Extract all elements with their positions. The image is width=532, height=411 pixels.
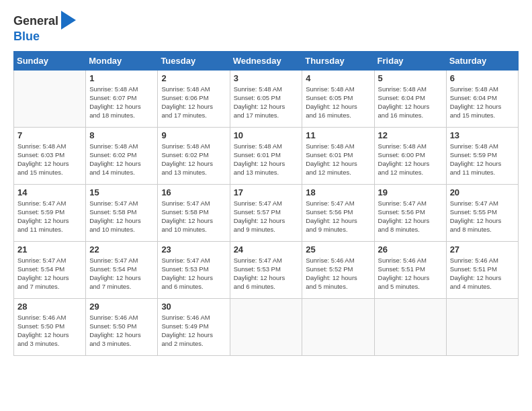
- calendar-cell: 8Sunrise: 5:48 AM Sunset: 6:02 PM Daylig…: [86, 127, 158, 184]
- day-number: 11: [306, 130, 370, 140]
- day-info: Sunrise: 5:46 AM Sunset: 5:50 PM Dayligh…: [89, 313, 154, 349]
- calendar-cell: 28Sunrise: 5:46 AM Sunset: 5:50 PM Dayli…: [14, 298, 86, 355]
- day-info: Sunrise: 5:48 AM Sunset: 5:59 PM Dayligh…: [450, 142, 515, 177]
- day-info: Sunrise: 5:47 AM Sunset: 5:54 PM Dayligh…: [17, 256, 82, 291]
- calendar-table: SundayMondayTuesdayWednesdayThursdayFrid…: [13, 51, 519, 356]
- day-number: 8: [89, 130, 154, 140]
- calendar-cell: [374, 298, 446, 355]
- day-info: Sunrise: 5:47 AM Sunset: 5:55 PM Dayligh…: [450, 199, 515, 234]
- day-header-wednesday: Wednesday: [230, 51, 302, 70]
- calendar-cell: [14, 70, 86, 127]
- day-info: Sunrise: 5:46 AM Sunset: 5:49 PM Dayligh…: [161, 313, 226, 349]
- day-info: Sunrise: 5:47 AM Sunset: 5:53 PM Dayligh…: [234, 256, 299, 291]
- day-number: 6: [450, 73, 515, 83]
- day-number: 22: [89, 244, 154, 255]
- week-row-4: 21Sunrise: 5:47 AM Sunset: 5:54 PM Dayli…: [14, 241, 519, 298]
- day-info: Sunrise: 5:48 AM Sunset: 6:04 PM Dayligh…: [378, 85, 443, 120]
- calendar-cell: 26Sunrise: 5:46 AM Sunset: 5:51 PM Dayli…: [374, 241, 446, 298]
- day-info: Sunrise: 5:47 AM Sunset: 5:58 PM Dayligh…: [89, 199, 154, 234]
- calendar-cell: 10Sunrise: 5:48 AM Sunset: 6:01 PM Dayli…: [230, 127, 302, 184]
- day-number: 4: [306, 73, 370, 83]
- calendar-cell: 2Sunrise: 5:48 AM Sunset: 6:06 PM Daylig…: [158, 70, 230, 127]
- day-info: Sunrise: 5:48 AM Sunset: 6:01 PM Dayligh…: [306, 142, 370, 177]
- week-row-2: 7Sunrise: 5:48 AM Sunset: 6:03 PM Daylig…: [14, 127, 519, 184]
- week-row-3: 14Sunrise: 5:47 AM Sunset: 5:59 PM Dayli…: [14, 184, 519, 241]
- calendar-cell: 5Sunrise: 5:48 AM Sunset: 6:04 PM Daylig…: [374, 70, 446, 127]
- day-info: Sunrise: 5:48 AM Sunset: 6:07 PM Dayligh…: [89, 85, 154, 120]
- day-info: Sunrise: 5:48 AM Sunset: 6:02 PM Dayligh…: [89, 142, 154, 177]
- day-info: Sunrise: 5:46 AM Sunset: 5:50 PM Dayligh…: [17, 313, 82, 349]
- day-info: Sunrise: 5:46 AM Sunset: 5:52 PM Dayligh…: [306, 256, 370, 291]
- day-info: Sunrise: 5:48 AM Sunset: 6:04 PM Dayligh…: [450, 85, 515, 120]
- day-number: 21: [17, 244, 82, 255]
- day-number: 25: [306, 244, 370, 255]
- day-number: 13: [450, 130, 515, 140]
- day-info: Sunrise: 5:48 AM Sunset: 6:01 PM Dayligh…: [234, 142, 299, 177]
- day-header-monday: Monday: [86, 51, 158, 70]
- day-info: Sunrise: 5:47 AM Sunset: 5:53 PM Dayligh…: [161, 256, 226, 291]
- day-number: 29: [89, 302, 154, 312]
- calendar-cell: 1Sunrise: 5:48 AM Sunset: 6:07 PM Daylig…: [86, 70, 158, 127]
- day-number: 15: [89, 187, 154, 197]
- calendar-cell: 22Sunrise: 5:47 AM Sunset: 5:54 PM Dayli…: [86, 241, 158, 298]
- day-header-thursday: Thursday: [302, 51, 374, 70]
- calendar-cell: 9Sunrise: 5:48 AM Sunset: 6:02 PM Daylig…: [158, 127, 230, 184]
- day-number: 14: [17, 187, 82, 197]
- day-info: Sunrise: 5:47 AM Sunset: 5:59 PM Dayligh…: [17, 199, 82, 234]
- day-number: 28: [17, 302, 82, 312]
- day-number: 2: [161, 73, 226, 83]
- day-info: Sunrise: 5:46 AM Sunset: 5:51 PM Dayligh…: [450, 256, 515, 291]
- day-number: 7: [17, 130, 82, 140]
- calendar-cell: 13Sunrise: 5:48 AM Sunset: 5:59 PM Dayli…: [446, 127, 518, 184]
- day-number: 9: [161, 130, 226, 140]
- logo-text-blue: Blue: [13, 30, 76, 44]
- calendar-cell: [302, 298, 374, 355]
- calendar-cell: 4Sunrise: 5:48 AM Sunset: 6:05 PM Daylig…: [302, 70, 374, 127]
- day-info: Sunrise: 5:48 AM Sunset: 6:03 PM Dayligh…: [17, 142, 82, 177]
- day-number: 12: [378, 130, 443, 140]
- calendar-cell: 23Sunrise: 5:47 AM Sunset: 5:53 PM Dayli…: [158, 241, 230, 298]
- day-number: 17: [234, 187, 299, 197]
- calendar-cell: 6Sunrise: 5:48 AM Sunset: 6:04 PM Daylig…: [446, 70, 518, 127]
- calendar-cell: 11Sunrise: 5:48 AM Sunset: 6:01 PM Dayli…: [302, 127, 374, 184]
- calendar-cell: 16Sunrise: 5:47 AM Sunset: 5:58 PM Dayli…: [158, 184, 230, 241]
- day-info: Sunrise: 5:47 AM Sunset: 5:56 PM Dayligh…: [306, 199, 370, 234]
- day-number: 19: [378, 187, 443, 197]
- calendar-cell: 12Sunrise: 5:48 AM Sunset: 6:00 PM Dayli…: [374, 127, 446, 184]
- day-number: 5: [378, 73, 443, 83]
- day-number: 30: [161, 302, 226, 312]
- day-number: 18: [306, 187, 370, 197]
- week-row-5: 28Sunrise: 5:46 AM Sunset: 5:50 PM Dayli…: [14, 298, 519, 355]
- calendar-cell: 19Sunrise: 5:47 AM Sunset: 5:56 PM Dayli…: [374, 184, 446, 241]
- calendar-cell: [446, 298, 518, 355]
- calendar-cell: 30Sunrise: 5:46 AM Sunset: 5:49 PM Dayli…: [158, 298, 230, 355]
- calendar-cell: 7Sunrise: 5:48 AM Sunset: 6:03 PM Daylig…: [14, 127, 86, 184]
- calendar-cell: 24Sunrise: 5:47 AM Sunset: 5:53 PM Dayli…: [230, 241, 302, 298]
- day-info: Sunrise: 5:47 AM Sunset: 5:56 PM Dayligh…: [378, 199, 443, 234]
- calendar-cell: 25Sunrise: 5:46 AM Sunset: 5:52 PM Dayli…: [302, 241, 374, 298]
- day-info: Sunrise: 5:47 AM Sunset: 5:57 PM Dayligh…: [234, 199, 299, 234]
- day-number: 20: [450, 187, 515, 197]
- calendar-cell: [230, 298, 302, 355]
- day-info: Sunrise: 5:48 AM Sunset: 6:00 PM Dayligh…: [378, 142, 443, 177]
- calendar-cell: 18Sunrise: 5:47 AM Sunset: 5:56 PM Dayli…: [302, 184, 374, 241]
- day-header-tuesday: Tuesday: [158, 51, 230, 70]
- day-info: Sunrise: 5:48 AM Sunset: 6:06 PM Dayligh…: [161, 85, 226, 120]
- day-number: 3: [234, 73, 299, 83]
- logo-arrow-icon: [61, 11, 76, 30]
- day-info: Sunrise: 5:48 AM Sunset: 6:05 PM Dayligh…: [306, 85, 370, 120]
- day-number: 16: [161, 187, 226, 197]
- day-info: Sunrise: 5:48 AM Sunset: 6:05 PM Dayligh…: [234, 85, 299, 120]
- page-header: General Blue: [13, 13, 519, 44]
- day-number: 1: [89, 73, 154, 83]
- day-info: Sunrise: 5:47 AM Sunset: 5:54 PM Dayligh…: [89, 256, 154, 291]
- calendar-cell: 14Sunrise: 5:47 AM Sunset: 5:59 PM Dayli…: [14, 184, 86, 241]
- day-number: 10: [234, 130, 299, 140]
- day-header-saturday: Saturday: [446, 51, 518, 70]
- calendar-cell: 3Sunrise: 5:48 AM Sunset: 6:05 PM Daylig…: [230, 70, 302, 127]
- logo: General Blue: [13, 13, 76, 44]
- week-row-1: 1Sunrise: 5:48 AM Sunset: 6:07 PM Daylig…: [14, 70, 519, 127]
- day-number: 26: [378, 244, 443, 255]
- day-header-friday: Friday: [374, 51, 446, 70]
- calendar-cell: 17Sunrise: 5:47 AM Sunset: 5:57 PM Dayli…: [230, 184, 302, 241]
